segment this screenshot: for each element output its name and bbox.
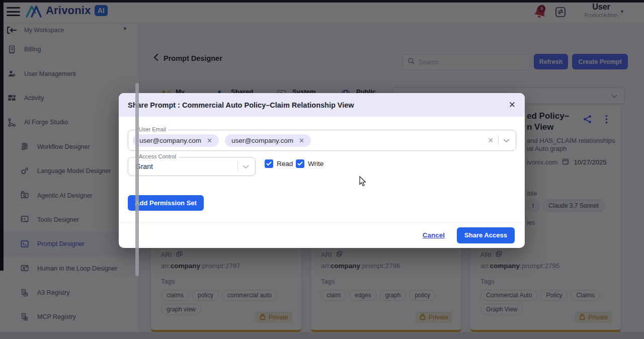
cancel-button[interactable]: Cancel — [423, 231, 445, 239]
modal-title: Share Prompt : Commercial Auto Policy–Cl… — [128, 101, 509, 109]
access-control-label: Access Control — [136, 153, 179, 159]
checkbox-checked-icon — [296, 159, 304, 168]
clear-all-icon[interactable]: ✕ — [488, 136, 494, 144]
modal-header: Share Prompt : Commercial Auto Policy–Cl… — [119, 93, 525, 117]
add-permission-set-button[interactable]: Add Permission Set — [128, 195, 204, 211]
read-checkbox[interactable]: Read — [265, 159, 293, 168]
checkbox-checked-icon — [265, 159, 273, 168]
divider — [498, 135, 499, 145]
user-email-label: User Email — [136, 126, 169, 132]
user-email-field[interactable]: User Email user@company.com ✕ user@compa… — [128, 130, 516, 151]
divider — [237, 161, 238, 172]
email-chip: user@company.com ✕ — [133, 134, 219, 147]
access-control-select[interactable]: Access Control Grant — [128, 157, 256, 176]
chevron-down-icon — [243, 162, 249, 171]
share-access-button[interactable]: Share Access — [457, 227, 515, 243]
chevron-down-icon[interactable] — [503, 136, 510, 145]
remove-chip-icon[interactable]: ✕ — [299, 137, 304, 144]
close-icon[interactable]: ✕ — [509, 101, 516, 109]
email-chip: user@company.com ✕ — [225, 134, 311, 147]
screen: Arivonix AI 5 U — [0, 0, 644, 339]
modal-footer: Cancel Share Access — [119, 222, 525, 248]
sidebar-scrollbar[interactable] — [135, 83, 139, 276]
share-prompt-modal: Share Prompt : Commercial Auto Policy–Cl… — [119, 93, 525, 248]
write-checkbox[interactable]: Write — [296, 159, 324, 168]
remove-chip-icon[interactable]: ✕ — [207, 137, 212, 144]
